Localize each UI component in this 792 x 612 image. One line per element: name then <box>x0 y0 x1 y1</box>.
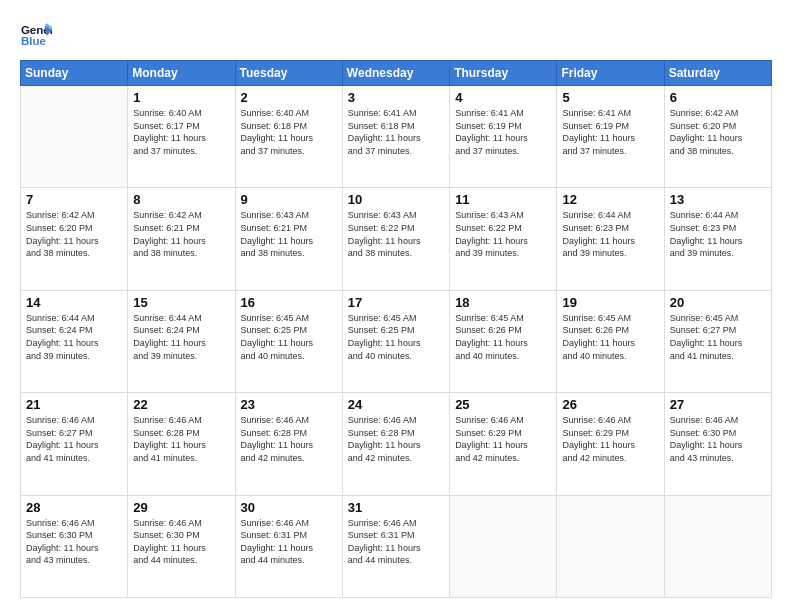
calendar-cell: 21Sunrise: 6:46 AM Sunset: 6:27 PM Dayli… <box>21 393 128 495</box>
day-number: 1 <box>133 90 229 105</box>
calendar-cell <box>557 495 664 597</box>
calendar-cell: 10Sunrise: 6:43 AM Sunset: 6:22 PM Dayli… <box>342 188 449 290</box>
day-number: 11 <box>455 192 551 207</box>
calendar-cell: 11Sunrise: 6:43 AM Sunset: 6:22 PM Dayli… <box>450 188 557 290</box>
day-info: Sunrise: 6:44 AM Sunset: 6:23 PM Dayligh… <box>562 209 658 259</box>
calendar-day-header: Tuesday <box>235 61 342 86</box>
calendar-day-header: Wednesday <box>342 61 449 86</box>
calendar-cell: 18Sunrise: 6:45 AM Sunset: 6:26 PM Dayli… <box>450 290 557 392</box>
day-info: Sunrise: 6:46 AM Sunset: 6:27 PM Dayligh… <box>26 414 122 464</box>
header: General Blue <box>20 18 772 50</box>
calendar-cell: 31Sunrise: 6:46 AM Sunset: 6:31 PM Dayli… <box>342 495 449 597</box>
day-info: Sunrise: 6:44 AM Sunset: 6:24 PM Dayligh… <box>26 312 122 362</box>
day-info: Sunrise: 6:46 AM Sunset: 6:28 PM Dayligh… <box>348 414 444 464</box>
calendar-day-header: Saturday <box>664 61 771 86</box>
day-number: 28 <box>26 500 122 515</box>
day-number: 23 <box>241 397 337 412</box>
day-info: Sunrise: 6:43 AM Sunset: 6:22 PM Dayligh… <box>455 209 551 259</box>
day-number: 2 <box>241 90 337 105</box>
day-info: Sunrise: 6:41 AM Sunset: 6:18 PM Dayligh… <box>348 107 444 157</box>
calendar-cell: 24Sunrise: 6:46 AM Sunset: 6:28 PM Dayli… <box>342 393 449 495</box>
day-info: Sunrise: 6:44 AM Sunset: 6:24 PM Dayligh… <box>133 312 229 362</box>
day-number: 31 <box>348 500 444 515</box>
day-number: 30 <box>241 500 337 515</box>
logo: General Blue <box>20 18 56 50</box>
day-info: Sunrise: 6:46 AM Sunset: 6:29 PM Dayligh… <box>562 414 658 464</box>
calendar-table: SundayMondayTuesdayWednesdayThursdayFrid… <box>20 60 772 598</box>
calendar-week-row: 28Sunrise: 6:46 AM Sunset: 6:30 PM Dayli… <box>21 495 772 597</box>
day-number: 22 <box>133 397 229 412</box>
calendar-cell: 4Sunrise: 6:41 AM Sunset: 6:19 PM Daylig… <box>450 86 557 188</box>
calendar-cell: 22Sunrise: 6:46 AM Sunset: 6:28 PM Dayli… <box>128 393 235 495</box>
day-number: 10 <box>348 192 444 207</box>
calendar-cell: 3Sunrise: 6:41 AM Sunset: 6:18 PM Daylig… <box>342 86 449 188</box>
page: General Blue SundayMondayTuesdayWednesda… <box>0 0 792 612</box>
calendar-cell: 1Sunrise: 6:40 AM Sunset: 6:17 PM Daylig… <box>128 86 235 188</box>
day-info: Sunrise: 6:46 AM Sunset: 6:31 PM Dayligh… <box>348 517 444 567</box>
day-number: 6 <box>670 90 766 105</box>
calendar-cell: 28Sunrise: 6:46 AM Sunset: 6:30 PM Dayli… <box>21 495 128 597</box>
day-number: 21 <box>26 397 122 412</box>
calendar-cell: 8Sunrise: 6:42 AM Sunset: 6:21 PM Daylig… <box>128 188 235 290</box>
day-number: 13 <box>670 192 766 207</box>
calendar-cell: 27Sunrise: 6:46 AM Sunset: 6:30 PM Dayli… <box>664 393 771 495</box>
calendar-cell: 14Sunrise: 6:44 AM Sunset: 6:24 PM Dayli… <box>21 290 128 392</box>
day-info: Sunrise: 6:46 AM Sunset: 6:30 PM Dayligh… <box>133 517 229 567</box>
calendar-week-row: 1Sunrise: 6:40 AM Sunset: 6:17 PM Daylig… <box>21 86 772 188</box>
calendar-cell: 25Sunrise: 6:46 AM Sunset: 6:29 PM Dayli… <box>450 393 557 495</box>
day-number: 3 <box>348 90 444 105</box>
day-info: Sunrise: 6:40 AM Sunset: 6:18 PM Dayligh… <box>241 107 337 157</box>
day-info: Sunrise: 6:46 AM Sunset: 6:28 PM Dayligh… <box>241 414 337 464</box>
calendar-cell: 26Sunrise: 6:46 AM Sunset: 6:29 PM Dayli… <box>557 393 664 495</box>
calendar-cell: 16Sunrise: 6:45 AM Sunset: 6:25 PM Dayli… <box>235 290 342 392</box>
day-info: Sunrise: 6:42 AM Sunset: 6:21 PM Dayligh… <box>133 209 229 259</box>
calendar-cell: 17Sunrise: 6:45 AM Sunset: 6:25 PM Dayli… <box>342 290 449 392</box>
calendar-cell: 5Sunrise: 6:41 AM Sunset: 6:19 PM Daylig… <box>557 86 664 188</box>
day-number: 16 <box>241 295 337 310</box>
day-info: Sunrise: 6:43 AM Sunset: 6:21 PM Dayligh… <box>241 209 337 259</box>
day-number: 7 <box>26 192 122 207</box>
day-info: Sunrise: 6:40 AM Sunset: 6:17 PM Dayligh… <box>133 107 229 157</box>
day-number: 26 <box>562 397 658 412</box>
calendar-cell: 29Sunrise: 6:46 AM Sunset: 6:30 PM Dayli… <box>128 495 235 597</box>
calendar-week-row: 14Sunrise: 6:44 AM Sunset: 6:24 PM Dayli… <box>21 290 772 392</box>
day-number: 25 <box>455 397 551 412</box>
day-info: Sunrise: 6:41 AM Sunset: 6:19 PM Dayligh… <box>455 107 551 157</box>
day-number: 8 <box>133 192 229 207</box>
calendar-cell: 30Sunrise: 6:46 AM Sunset: 6:31 PM Dayli… <box>235 495 342 597</box>
day-info: Sunrise: 6:46 AM Sunset: 6:30 PM Dayligh… <box>670 414 766 464</box>
day-number: 4 <box>455 90 551 105</box>
day-info: Sunrise: 6:44 AM Sunset: 6:23 PM Dayligh… <box>670 209 766 259</box>
calendar-cell <box>21 86 128 188</box>
day-number: 14 <box>26 295 122 310</box>
day-number: 19 <box>562 295 658 310</box>
day-info: Sunrise: 6:45 AM Sunset: 6:26 PM Dayligh… <box>455 312 551 362</box>
calendar-cell: 15Sunrise: 6:44 AM Sunset: 6:24 PM Dayli… <box>128 290 235 392</box>
day-info: Sunrise: 6:46 AM Sunset: 6:31 PM Dayligh… <box>241 517 337 567</box>
calendar-cell <box>664 495 771 597</box>
calendar-cell <box>450 495 557 597</box>
calendar-day-header: Sunday <box>21 61 128 86</box>
calendar-day-header: Friday <box>557 61 664 86</box>
calendar-cell: 9Sunrise: 6:43 AM Sunset: 6:21 PM Daylig… <box>235 188 342 290</box>
day-info: Sunrise: 6:46 AM Sunset: 6:29 PM Dayligh… <box>455 414 551 464</box>
day-info: Sunrise: 6:42 AM Sunset: 6:20 PM Dayligh… <box>670 107 766 157</box>
calendar-day-header: Monday <box>128 61 235 86</box>
logo-icon: General Blue <box>20 18 52 50</box>
day-info: Sunrise: 6:45 AM Sunset: 6:26 PM Dayligh… <box>562 312 658 362</box>
day-info: Sunrise: 6:42 AM Sunset: 6:20 PM Dayligh… <box>26 209 122 259</box>
day-number: 29 <box>133 500 229 515</box>
day-info: Sunrise: 6:46 AM Sunset: 6:30 PM Dayligh… <box>26 517 122 567</box>
svg-text:Blue: Blue <box>21 35 47 47</box>
day-info: Sunrise: 6:41 AM Sunset: 6:19 PM Dayligh… <box>562 107 658 157</box>
day-info: Sunrise: 6:45 AM Sunset: 6:27 PM Dayligh… <box>670 312 766 362</box>
day-number: 27 <box>670 397 766 412</box>
day-info: Sunrise: 6:45 AM Sunset: 6:25 PM Dayligh… <box>348 312 444 362</box>
calendar-week-row: 7Sunrise: 6:42 AM Sunset: 6:20 PM Daylig… <box>21 188 772 290</box>
calendar-cell: 13Sunrise: 6:44 AM Sunset: 6:23 PM Dayli… <box>664 188 771 290</box>
calendar-cell: 7Sunrise: 6:42 AM Sunset: 6:20 PM Daylig… <box>21 188 128 290</box>
calendar-cell: 12Sunrise: 6:44 AM Sunset: 6:23 PM Dayli… <box>557 188 664 290</box>
day-number: 17 <box>348 295 444 310</box>
day-number: 12 <box>562 192 658 207</box>
calendar-cell: 2Sunrise: 6:40 AM Sunset: 6:18 PM Daylig… <box>235 86 342 188</box>
